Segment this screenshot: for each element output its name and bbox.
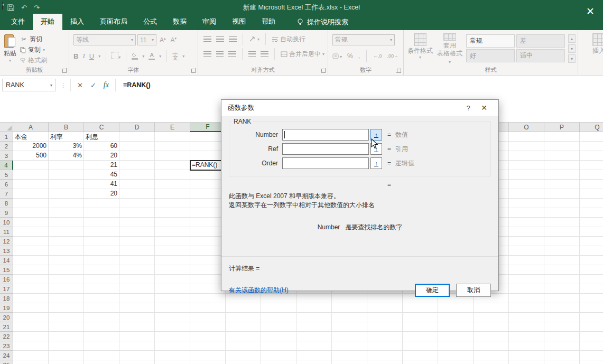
cell-J25[interactable]	[332, 360, 367, 364]
cell-C11[interactable]	[84, 227, 119, 237]
column-header-E[interactable]: E	[155, 123, 190, 132]
cell-K21[interactable]	[367, 322, 403, 332]
cell-style-good[interactable]: 好	[466, 49, 515, 62]
cell-P24[interactable]	[544, 351, 580, 360]
cell-A23[interactable]	[13, 341, 49, 351]
cell-O12[interactable]	[509, 237, 544, 246]
cell-D21[interactable]	[119, 322, 155, 332]
cell-P22[interactable]	[544, 332, 580, 341]
cell-B7[interactable]	[49, 189, 84, 199]
column-header-D[interactable]: D	[119, 123, 155, 132]
cell-O18[interactable]	[509, 294, 544, 303]
align-bottom-icon[interactable]	[229, 36, 237, 42]
clipboard-dialog-launcher-icon[interactable]	[62, 68, 67, 73]
cell-O21[interactable]	[509, 322, 544, 332]
font-dialog-launcher-icon[interactable]	[191, 68, 196, 73]
cell-Q4[interactable]	[580, 161, 603, 170]
cell-F2[interactable]	[190, 142, 226, 151]
row-header-24[interactable]: 24	[0, 351, 13, 360]
cell-Q23[interactable]	[580, 341, 603, 351]
cell-P14[interactable]	[544, 256, 580, 265]
conditional-formatting-button[interactable]: 条件格式 ▾	[407, 33, 433, 66]
tab-帮助[interactable]: 帮助	[254, 14, 283, 30]
cell-E12[interactable]	[155, 237, 190, 246]
cell-I25[interactable]	[296, 360, 332, 364]
cell-C16[interactable]	[84, 275, 119, 284]
cell-N21[interactable]	[474, 322, 509, 332]
cell-O24[interactable]	[509, 351, 544, 360]
cell-F22[interactable]	[190, 332, 226, 341]
cell-F12[interactable]	[190, 237, 226, 246]
borders-button[interactable]: ▾	[112, 52, 120, 60]
cell-C7[interactable]: 20	[84, 189, 119, 199]
cell-D18[interactable]	[119, 294, 155, 303]
cell-E20[interactable]	[155, 313, 190, 322]
cell-O3[interactable]	[509, 151, 544, 161]
cell-F24[interactable]	[190, 351, 226, 360]
column-header-P[interactable]: P	[544, 123, 580, 132]
cell-E22[interactable]	[155, 332, 190, 341]
wrap-text-button[interactable]: 自动换行	[272, 35, 305, 44]
cell-P3[interactable]	[544, 151, 580, 161]
cell-F8[interactable]	[190, 199, 226, 208]
cell-A20[interactable]	[13, 313, 49, 322]
cell-A15[interactable]	[13, 265, 49, 275]
cell-E2[interactable]	[155, 142, 190, 151]
cell-N19[interactable]	[474, 303, 509, 313]
cell-K19[interactable]	[367, 303, 403, 313]
cell-P25[interactable]	[544, 360, 580, 364]
cell-E3[interactable]	[155, 151, 190, 161]
alignment-dialog-launcher-icon[interactable]	[321, 68, 326, 73]
cell-C21[interactable]	[84, 322, 119, 332]
cell-F14[interactable]	[190, 256, 226, 265]
row-header-18[interactable]: 18	[0, 294, 13, 303]
cell-M23[interactable]	[438, 341, 474, 351]
cell-B11[interactable]	[49, 227, 84, 237]
insert-cells-button[interactable]: 插入	[583, 33, 603, 55]
cell-N25[interactable]	[474, 360, 509, 364]
shrink-font-button[interactable]: A▾	[169, 36, 179, 44]
cell-A25[interactable]	[13, 360, 49, 364]
cell-Q22[interactable]	[580, 332, 603, 341]
cell-B18[interactable]	[49, 294, 84, 303]
cell-A18[interactable]	[13, 294, 49, 303]
cancel-entry-button[interactable]: ✕	[77, 81, 83, 89]
cell-O20[interactable]	[509, 313, 544, 322]
row-header-20[interactable]: 20	[0, 313, 13, 322]
cell-E4[interactable]	[155, 161, 190, 170]
cell-A7[interactable]	[13, 189, 49, 199]
cell-A14[interactable]	[13, 256, 49, 265]
cell-E10[interactable]	[155, 218, 190, 227]
ok-button[interactable]: 确定	[415, 284, 450, 297]
cell-Q10[interactable]	[580, 218, 603, 227]
cell-D13[interactable]	[119, 246, 155, 256]
cell-B16[interactable]	[49, 275, 84, 284]
cell-C8[interactable]	[84, 199, 119, 208]
cell-B3[interactable]: 4%	[49, 151, 84, 161]
row-header-12[interactable]: 12	[0, 237, 13, 246]
cell-C14[interactable]	[84, 256, 119, 265]
tab-视图[interactable]: 视图	[224, 14, 254, 30]
cell-D15[interactable]	[119, 265, 155, 275]
cell-B12[interactable]	[49, 237, 84, 246]
cell-C3[interactable]: 20	[84, 151, 119, 161]
grow-font-button[interactable]: A▴	[158, 36, 168, 44]
cell-H23[interactable]	[261, 341, 296, 351]
cell-C20[interactable]	[84, 313, 119, 322]
cell-P12[interactable]	[544, 237, 580, 246]
cell-E9[interactable]	[155, 208, 190, 218]
cell-E6[interactable]	[155, 180, 190, 189]
row-header-5[interactable]: 5	[0, 170, 13, 180]
cell-J22[interactable]	[332, 332, 367, 341]
cell-A8[interactable]	[13, 199, 49, 208]
cell-F3[interactable]	[190, 151, 226, 161]
cell-O5[interactable]	[509, 170, 544, 180]
cell-F10[interactable]	[190, 218, 226, 227]
cell-I21[interactable]	[296, 322, 332, 332]
insert-function-button[interactable]: fx	[104, 81, 109, 89]
cell-P13[interactable]	[544, 246, 580, 256]
cell-G25[interactable]	[226, 360, 261, 364]
cell-C19[interactable]	[84, 303, 119, 313]
cell-C15[interactable]	[84, 265, 119, 275]
cell-P17[interactable]	[544, 284, 580, 294]
